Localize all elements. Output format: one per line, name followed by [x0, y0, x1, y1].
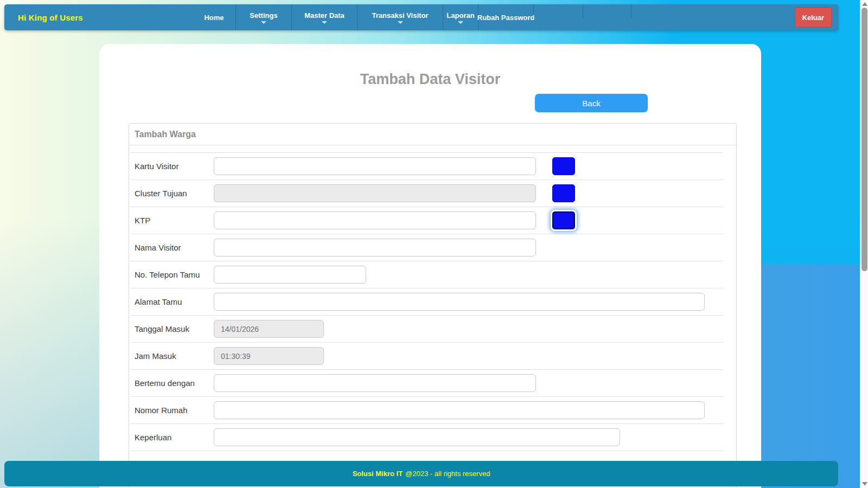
field-label: Tanggal Masuk [135, 324, 214, 333]
form-row-kartu-visitor: Kartu Visitor [130, 152, 723, 179]
field-label: Nama Visitor [135, 243, 214, 252]
chevron-down-icon [398, 21, 403, 24]
field-label: Keperluan [135, 433, 214, 442]
nav-item-label: Settings [250, 11, 277, 20]
field-label: Jam Masuk [135, 351, 214, 361]
bertemu-dengan-input[interactable] [214, 374, 536, 392]
form-row-alamat-tamu: Alamat Tamu [130, 288, 723, 315]
form-row-nama-visitor: Nama Visitor [130, 234, 723, 261]
field-label: Nomor Rumah [135, 406, 214, 415]
nav-item-laporan[interactable]: Laporan [443, 4, 478, 30]
nav-item-transaksi-visitor[interactable]: Transaksi Visitor [357, 4, 443, 30]
page-title: Tambah Data Visitor [99, 71, 761, 88]
form-panel: Tambah Warga Kartu VisitorCluster Tujuan… [129, 123, 737, 488]
field-label: Cluster Tujuan [135, 189, 214, 198]
content-card: Tambah Data Visitor Back Tambah Warga Ka… [99, 44, 761, 488]
form-row-cluster-tujuan: Cluster Tujuan [130, 179, 723, 207]
nav-menu: HomeSettingsMaster DataTransaksi Visitor… [193, 4, 680, 30]
form-row-nomor-rumah: Nomor Rumah [130, 396, 723, 423]
scrollbar-track[interactable] [860, 0, 868, 488]
field-label: KTP [135, 216, 214, 225]
no-telepon-tamu-input[interactable] [214, 266, 366, 284]
nav-item-home[interactable]: Home [193, 4, 235, 30]
nav-item-label: Master Data [304, 11, 344, 20]
footer-text: @2023 - all rights reserved [405, 470, 490, 478]
cluster-tujuan-input [214, 184, 536, 202]
footer: Solusi Mikro IT @2023 - all rights reser… [4, 461, 838, 486]
nav-item-label: Laporan [446, 11, 474, 20]
browse-button-ktp[interactable] [552, 211, 575, 229]
browse-button-cluster-tujuan[interactable] [552, 184, 575, 202]
panel-body: Kartu VisitorCluster TujuanKTPNama Visit… [129, 145, 736, 483]
nav-empty-slot [631, 4, 680, 18]
field-label: No. Telepon Tamu [135, 270, 214, 279]
chevron-down-icon [458, 21, 463, 24]
alamat-tamu-input[interactable] [214, 293, 705, 311]
field-label: Kartu Visitor [135, 162, 214, 171]
form-row-ktp: KTP [130, 207, 723, 234]
scroll-up-arrow-icon[interactable] [862, 2, 867, 6]
chevron-down-icon [261, 21, 266, 24]
nama-visitor-input[interactable] [214, 239, 536, 256]
nav-item-rubah-password[interactable]: Rubah Password [478, 4, 533, 30]
tanggal-masuk-input [214, 320, 324, 338]
form-row-bertemu-dengan: Bertemu dengan [130, 369, 723, 396]
form-row-no-telepon-tamu: No. Telepon Tamu [130, 261, 723, 288]
nav-item-label: Home [204, 14, 224, 22]
brand-greeting: Hi King of Users [18, 13, 83, 22]
form-row-keperluan: Keperluan [130, 423, 723, 451]
nav-item-settings[interactable]: Settings [235, 4, 291, 30]
nav-item-label: Rubah Password [477, 14, 534, 22]
back-button[interactable]: Back [535, 94, 648, 112]
keperluan-input[interactable] [214, 428, 620, 446]
nav-empty-slot [533, 4, 583, 18]
field-label: Bertemu dengan [135, 378, 214, 388]
scrollbar-thumb[interactable] [861, 8, 867, 271]
form-row-jam-masuk: Jam Masuk [130, 342, 723, 369]
nav-item-label: Transaksi Visitor [372, 11, 429, 20]
ktp-input[interactable] [214, 211, 536, 229]
kartu-visitor-input[interactable] [214, 157, 536, 175]
footer-brand: Solusi Mikro IT [353, 470, 403, 478]
nav-item-master-data[interactable]: Master Data [291, 4, 357, 30]
nomor-rumah-input[interactable] [214, 401, 705, 419]
top-navbar: Hi King of Users HomeSettingsMaster Data… [4, 4, 838, 30]
logout-button[interactable]: Keluar [795, 8, 832, 28]
scroll-down-arrow-icon[interactable] [862, 482, 867, 486]
jam-masuk-input [214, 347, 324, 365]
chevron-down-icon [322, 21, 327, 24]
field-label: Alamat Tamu [135, 297, 214, 306]
form-row-tanggal-masuk: Tanggal Masuk [130, 315, 723, 342]
browse-button-kartu-visitor[interactable] [552, 157, 575, 175]
nav-empty-slot [583, 4, 631, 18]
panel-title: Tambah Warga [129, 124, 736, 145]
